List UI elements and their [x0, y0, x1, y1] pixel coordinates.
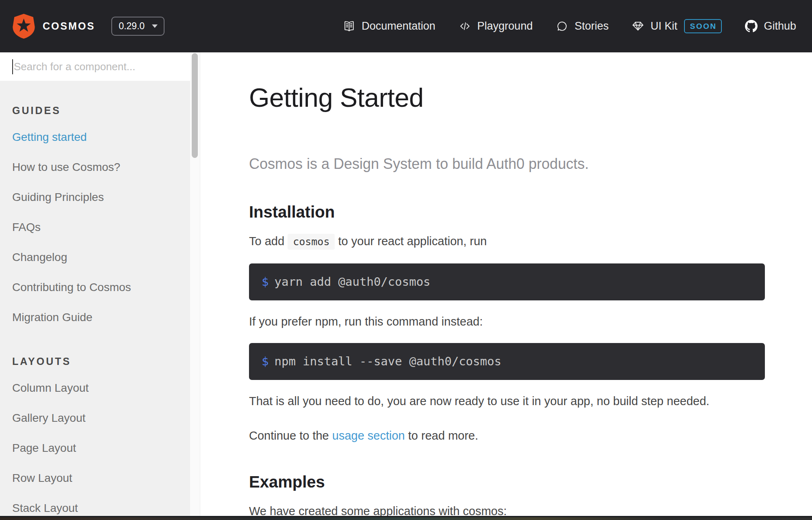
list-item: Gallery Layout: [12, 412, 182, 426]
shell-command: yarn add @auth0/cosmos: [274, 275, 430, 289]
header-nav: Documentation Playground Stories: [343, 19, 796, 33]
component-search: [0, 52, 190, 81]
code-icon: [459, 20, 471, 32]
continue-prefix: Continue to the: [249, 429, 329, 442]
continue-suffix: to read more.: [408, 429, 478, 442]
examples-heading: Examples: [249, 473, 765, 491]
chevron-down-icon: [152, 24, 158, 28]
version-value: 0.29.0: [119, 21, 145, 32]
sidebar-item-how-to-use-cosmos[interactable]: How to use Cosmos?: [12, 161, 120, 173]
continue-note: Continue to the usage section to read mo…: [249, 428, 765, 443]
desktop-edge-strip: [0, 516, 812, 520]
intro-prefix: To add: [249, 235, 284, 248]
brand-home-link[interactable]: COSMOS: [12, 13, 95, 39]
list-item: Stack Layout: [12, 502, 182, 516]
sidebar-nav: GUIDES Getting started How to use Cosmos…: [0, 81, 190, 516]
list-item: Getting started: [12, 131, 182, 145]
shell-command: npm install --save @auth0/cosmos: [274, 354, 501, 368]
list-item: Changelog: [12, 251, 182, 265]
sidebar-item-guiding-principles[interactable]: Guiding Principles: [12, 191, 104, 203]
list-item: FAQs: [12, 221, 182, 235]
intro-suffix: to your react application, run: [338, 235, 487, 248]
page-title: Getting Started: [249, 83, 765, 112]
sidebar-item-migration-guide[interactable]: Migration Guide: [12, 311, 93, 324]
sidebar-item-getting-started[interactable]: Getting started: [12, 131, 87, 143]
sidebar-section-layouts: LAYOUTS Column Layout Gallery Layout Pag…: [12, 356, 182, 516]
usage-section-link[interactable]: usage section: [332, 429, 405, 442]
sidebar-scrollbar-track[interactable]: [190, 52, 200, 516]
shell-prompt: $: [262, 275, 269, 289]
list-item: How to use Cosmos?: [12, 161, 182, 175]
done-note: That is all you need to do, you are now …: [249, 393, 765, 409]
sidebar-item-page-layout[interactable]: Page Layout: [12, 442, 76, 454]
code-block-npm: $npm install --save @auth0/cosmos: [249, 343, 765, 380]
nav-item-documentation[interactable]: Documentation: [343, 20, 435, 32]
sketch-diamond-icon: [632, 20, 644, 32]
list-item: Guiding Principles: [12, 191, 182, 205]
sidebar-item-gallery-layout[interactable]: Gallery Layout: [12, 412, 86, 424]
nav-item-playground[interactable]: Playground: [459, 20, 533, 32]
body-row: GUIDES Getting started How to use Cosmos…: [0, 52, 812, 516]
sidebar-item-changelog[interactable]: Changelog: [12, 251, 67, 263]
sidebar: GUIDES Getting started How to use Cosmos…: [0, 52, 190, 516]
nav-label-documentation: Documentation: [362, 20, 435, 32]
github-icon: [745, 20, 758, 32]
installation-intro: To add cosmos to your react application,…: [249, 233, 765, 250]
speech-bubble-icon: [556, 20, 568, 32]
list-item: Migration Guide: [12, 311, 182, 325]
search-input[interactable]: [0, 52, 190, 81]
examples-intro: We have created some applications with c…: [249, 503, 765, 516]
sidebar-scrollbar-thumb[interactable]: [192, 53, 198, 158]
sidebar-section-title: GUIDES: [12, 105, 182, 116]
version-select[interactable]: 0.29.0: [111, 17, 165, 36]
sidebar-item-column-layout[interactable]: Column Layout: [12, 382, 89, 394]
auth0-logo-icon: [12, 13, 35, 39]
cosmos-docs-window: COSMOS 0.29.0 Documentation: [0, 0, 812, 520]
soon-badge: SOON: [684, 19, 722, 33]
nav-label-ui-kit: UI Kit: [650, 20, 677, 32]
sidebar-item-faqs[interactable]: FAQs: [12, 221, 41, 233]
nav-label-github: Github: [764, 20, 796, 32]
npm-note: If you prefer npm, run this command inst…: [249, 314, 765, 329]
list-item: Contributing to Cosmos: [12, 281, 182, 295]
sidebar-item-row-layout[interactable]: Row Layout: [12, 472, 72, 484]
sidebar-item-stack-layout[interactable]: Stack Layout: [12, 502, 78, 514]
sidebar-item-contributing-to-cosmos[interactable]: Contributing to Cosmos: [12, 281, 131, 293]
page-subtitle: Cosmos is a Design System to build Auth0…: [249, 155, 765, 174]
main-content: Getting Started Cosmos is a Design Syste…: [200, 52, 812, 516]
list-item: Page Layout: [12, 442, 182, 456]
book-icon: [343, 20, 355, 32]
shell-prompt: $: [262, 354, 269, 368]
inline-code-cosmos: cosmos: [288, 234, 335, 250]
nav-item-github[interactable]: Github: [745, 20, 796, 32]
top-header: COSMOS 0.29.0 Documentation: [0, 0, 812, 52]
nav-item-ui-kit[interactable]: UI Kit SOON: [632, 19, 722, 33]
list-item: Column Layout: [12, 382, 182, 396]
sidebar-section-title: LAYOUTS: [12, 356, 182, 367]
sidebar-section-guides: GUIDES Getting started How to use Cosmos…: [12, 105, 182, 325]
nav-label-playground: Playground: [477, 20, 533, 32]
nav-item-stories[interactable]: Stories: [556, 20, 608, 32]
text-cursor: [12, 59, 13, 74]
installation-heading: Installation: [249, 203, 765, 221]
list-item: Row Layout: [12, 472, 182, 486]
nav-label-stories: Stories: [574, 20, 608, 32]
code-block-yarn: $yarn add @auth0/cosmos: [249, 263, 765, 300]
brand-wordmark: COSMOS: [43, 20, 95, 32]
